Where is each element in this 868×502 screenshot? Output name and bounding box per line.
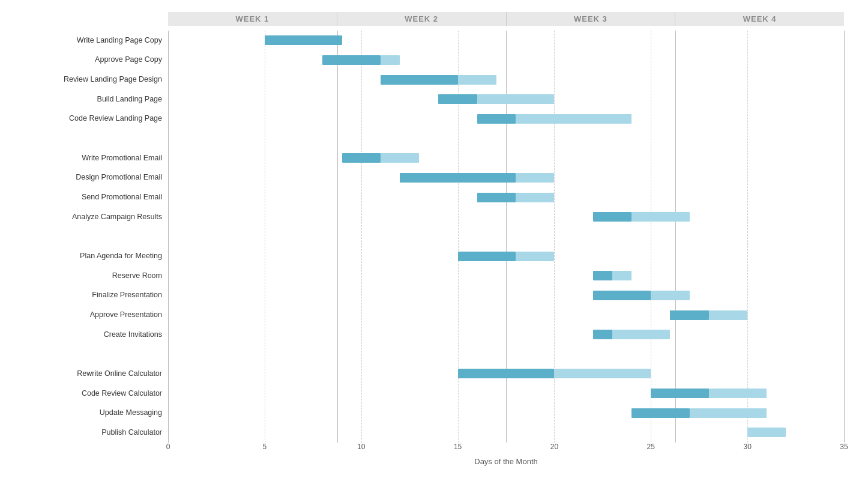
task-label: Create Invitations <box>12 330 162 339</box>
bar-row <box>168 211 844 223</box>
week-label: WEEK 4 <box>675 12 844 26</box>
bar-dark <box>381 75 458 85</box>
x-tick: 25 <box>647 443 655 451</box>
task-label: Publish Calculator <box>12 428 162 437</box>
bar-row <box>168 133 844 145</box>
bar-row <box>168 328 844 340</box>
bar-light <box>554 369 651 378</box>
bar-dark <box>593 330 612 339</box>
bar-light <box>709 389 767 398</box>
bar-row <box>168 309 844 321</box>
bar-dark <box>265 35 342 45</box>
bar-dark <box>458 252 516 261</box>
grid-solid-line <box>844 31 845 443</box>
bar-light <box>651 291 689 300</box>
bar-light <box>747 428 786 437</box>
task-label: Rewrite Online Calculator <box>12 369 162 378</box>
bar-light <box>381 55 400 65</box>
bar-dark <box>438 94 477 104</box>
bar-dark <box>593 212 631 222</box>
bar-dark <box>670 310 708 320</box>
bar-light <box>516 114 631 124</box>
bar-row <box>168 93 844 105</box>
bar-light <box>612 330 671 339</box>
week-label: WEEK 1 <box>168 12 337 26</box>
bar-row <box>168 54 844 66</box>
task-label: Analyze Campaign Results <box>12 213 162 222</box>
x-axis-label: Days of the Month <box>168 457 844 466</box>
task-label: Approve Page Copy <box>12 55 162 64</box>
bar-dark <box>400 173 516 183</box>
task-label: Approve Presentation <box>12 310 162 319</box>
bar-row <box>168 172 844 184</box>
x-tick: 35 <box>840 443 848 451</box>
chart-body: Write Landing Page CopyApprove Page Copy… <box>12 31 856 443</box>
task-label: Plan Agenda for Meeting <box>12 252 162 261</box>
task-label: Write Promotional Email <box>12 154 162 163</box>
task-label: Build Landing Page <box>12 95 162 104</box>
task-label: Write Landing Page Copy <box>12 36 162 45</box>
chart-container: WEEK 1WEEK 2WEEK 3WEEK 4 Write Landing P… <box>0 0 868 502</box>
task-label: Code Review Landing Page <box>12 114 162 123</box>
bar-row <box>168 426 844 438</box>
bar-dark <box>593 271 612 280</box>
x-ticks: 05101520253035 <box>168 443 844 455</box>
bar-dark <box>322 55 381 65</box>
bar-row <box>168 113 844 125</box>
bar-light <box>381 153 419 163</box>
bar-light <box>516 173 554 183</box>
bar-row <box>168 387 844 399</box>
gantt-area <box>168 31 844 443</box>
bar-row <box>168 192 844 204</box>
bar-dark <box>631 408 690 418</box>
bar-row <box>168 348 844 360</box>
bar-dark <box>593 291 651 300</box>
bar-light <box>631 212 690 222</box>
task-label: Review Landing Page Design <box>12 75 162 84</box>
task-label: Update Messaging <box>12 408 162 417</box>
bar-light <box>709 310 747 320</box>
bar-row <box>168 407 844 419</box>
task-label: Finalize Presentation <box>12 291 162 300</box>
bar-light <box>458 75 496 85</box>
task-label: Code Review Calculator <box>12 389 162 398</box>
bar-light <box>516 252 554 261</box>
x-tick: 20 <box>550 443 558 451</box>
x-axis: 05101520253035 Days of the Month <box>168 443 844 466</box>
bar-row <box>168 270 844 282</box>
task-label: Send Promotional Email <box>12 193 162 202</box>
bar-light <box>477 94 555 104</box>
bar-row <box>168 34 844 46</box>
x-tick: 30 <box>743 443 751 451</box>
bar-row <box>168 289 844 301</box>
week-label: WEEK 3 <box>507 12 676 26</box>
bar-row <box>168 367 844 380</box>
task-label: Reserve Room <box>12 271 162 280</box>
bar-dark <box>651 389 709 398</box>
bar-dark <box>477 193 516 202</box>
task-label: Design Promotional Email <box>12 173 162 182</box>
x-tick: 0 <box>166 443 170 451</box>
bar-row <box>168 152 844 164</box>
bars-container <box>168 31 844 443</box>
x-tick: 5 <box>263 443 267 451</box>
x-tick: 10 <box>357 443 365 451</box>
bar-light <box>690 408 767 418</box>
bar-light <box>612 271 631 280</box>
task-labels: Write Landing Page CopyApprove Page Copy… <box>12 31 168 443</box>
bar-dark <box>342 153 381 163</box>
week-label: WEEK 2 <box>337 12 507 26</box>
bar-light <box>516 193 554 202</box>
bar-row <box>168 250 844 262</box>
bar-row <box>168 74 844 86</box>
week-header: WEEK 1WEEK 2WEEK 3WEEK 4 <box>168 12 844 26</box>
x-tick: 15 <box>454 443 462 451</box>
bar-dark <box>458 369 555 378</box>
bar-row <box>168 231 844 243</box>
bar-dark <box>477 114 516 124</box>
